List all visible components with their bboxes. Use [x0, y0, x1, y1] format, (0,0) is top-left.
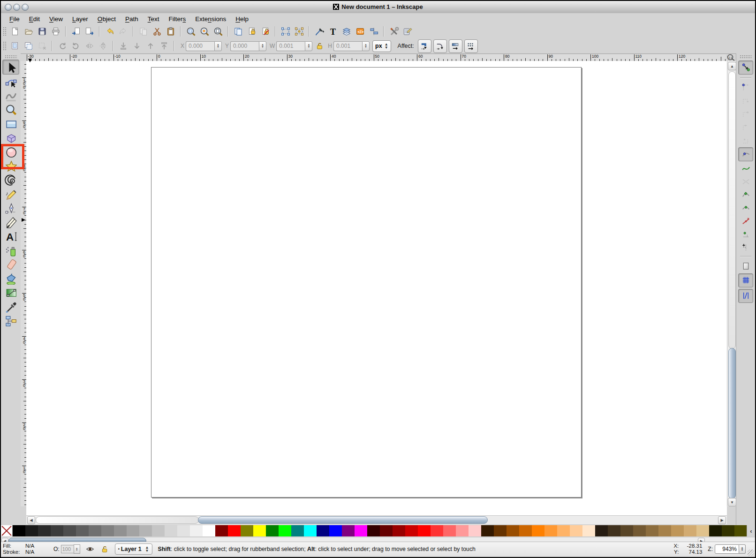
document-page[interactable] [151, 67, 582, 498]
scroll-right-button[interactable]: ▶ [718, 516, 726, 524]
align-dialog-button[interactable] [367, 25, 380, 38]
snap-smooth-nodes-toggle[interactable] [739, 202, 753, 214]
palette-swatch[interactable] [532, 525, 544, 536]
print-document-button[interactable] [49, 25, 62, 38]
palette-swatch[interactable] [266, 525, 279, 536]
palette-swatch[interactable] [329, 525, 342, 536]
palette-swatch[interactable] [63, 525, 76, 536]
pencil-tool[interactable] [3, 187, 19, 201]
palette-swatch[interactable] [734, 525, 747, 536]
palette-swatch[interactable] [380, 525, 393, 536]
palette-swatch[interactable] [507, 525, 519, 536]
title-bar[interactable]: New document 1 – Inkscape [1, 1, 755, 14]
duplicate-button[interactable] [232, 25, 244, 38]
vertical-scrollbar[interactable]: ▲ ▼ [727, 61, 737, 506]
layers-dialog-button[interactable] [340, 25, 353, 38]
snap-path-intersections-toggle[interactable] [739, 176, 753, 188]
horizontal-scrollbar-thumb[interactable] [198, 516, 488, 524]
scroll-left-button[interactable]: ◀ [27, 516, 35, 524]
calligraphy-tool[interactable] [3, 215, 19, 229]
snap-bbox-edge-midpoints-toggle[interactable] [739, 121, 753, 133]
menu-object[interactable]: Object [93, 14, 121, 24]
gradient-tool[interactable] [3, 286, 19, 300]
zoom-1-1-icon[interactable]: 1:1 [726, 54, 736, 61]
palette-swatch[interactable] [317, 525, 329, 536]
palette-swatch[interactable] [253, 525, 266, 536]
menu-help[interactable]: Help [231, 14, 253, 24]
xml-editor-button[interactable]: </> [354, 25, 366, 38]
snap-toolbar-grip[interactable] [740, 55, 752, 59]
node-editor-tool[interactable] [3, 75, 19, 89]
snap-nodes-toggle[interactable] [738, 147, 753, 161]
group-objects-button[interactable] [279, 25, 292, 38]
scale-stroke-width-toggle[interactable] [418, 39, 431, 53]
palette-swatch[interactable] [367, 525, 380, 536]
snap-line-midpoints-toggle[interactable] [739, 215, 753, 227]
palette-swatch[interactable] [165, 525, 177, 536]
snap-object-centers-toggle[interactable] [739, 228, 753, 240]
palette-swatch[interactable] [291, 525, 304, 536]
enable-snapping-toggle[interactable] [738, 60, 753, 75]
palette-swatch[interactable] [469, 525, 481, 536]
palette-swatch[interactable] [431, 525, 443, 536]
toolbox-grip[interactable] [5, 55, 17, 59]
palette-swatch[interactable] [608, 525, 620, 536]
palette-swatch[interactable] [139, 525, 152, 536]
scroll-up-button[interactable]: ▲ [728, 62, 736, 70]
scale-rounded-corners-toggle[interactable] [433, 39, 447, 53]
current-layer-selector[interactable]: •Layer 1▲▼ [115, 543, 152, 555]
lock-ratio-icon[interactable] [314, 41, 325, 51]
input-devices-button[interactable] [401, 25, 414, 38]
x-field-stepper[interactable]: ▲▼ [214, 41, 222, 51]
layer-lock-icon[interactable] [100, 544, 110, 554]
units-dropdown[interactable]: px▲▼ [372, 40, 391, 52]
palette-swatch[interactable] [418, 525, 431, 536]
ellipse-tool[interactable] [3, 145, 19, 159]
horizontal-ruler[interactable]: -30-20-100102030405060708090100110120 [26, 54, 726, 61]
save-document-button[interactable] [36, 25, 48, 38]
rectangle-tool[interactable] [3, 117, 19, 131]
palette-swatch[interactable] [203, 525, 215, 536]
snap-bbox-centers-toggle[interactable] [739, 134, 753, 146]
redo-button[interactable] [117, 25, 129, 38]
palette-swatch[interactable] [557, 525, 570, 536]
connector-tool[interactable] [3, 314, 19, 328]
snap-guides-toggle[interactable] [738, 289, 753, 303]
bezier-pen-tool[interactable] [3, 201, 19, 215]
palette-swatch[interactable] [228, 525, 241, 536]
horizontal-scrollbar-track[interactable] [36, 516, 199, 524]
palette-swatch[interactable] [25, 525, 38, 536]
menu-filters[interactable]: Filters [164, 14, 190, 24]
deselect-button[interactable] [36, 40, 48, 53]
snap-bbox-corners-toggle[interactable] [739, 108, 753, 120]
palette-swatch[interactable] [127, 525, 139, 536]
menu-path[interactable]: Path [121, 14, 143, 24]
palette-swatch[interactable] [684, 525, 696, 536]
ungroup-objects-button[interactable] [293, 25, 305, 38]
move-gradients-toggle[interactable] [449, 39, 462, 53]
width-field[interactable]: 0.001 [276, 41, 305, 51]
canvas[interactable] [26, 61, 727, 515]
menu-layer[interactable]: Layer [68, 14, 93, 24]
palette-swatch[interactable] [190, 525, 203, 536]
palette-swatch[interactable] [595, 525, 608, 536]
palette-swatch[interactable] [304, 525, 317, 536]
raise-to-top-button[interactable] [158, 40, 170, 53]
toolbar-grip[interactable] [2, 41, 6, 51]
palette-swatch[interactable] [519, 525, 532, 536]
unlink-clone-button[interactable] [259, 25, 272, 38]
zoom-to-drawing-button[interactable] [198, 25, 211, 38]
zoom-tool[interactable] [3, 103, 19, 117]
opacity-stepper[interactable]: ▲▼ [74, 544, 80, 554]
palette-swatch[interactable] [13, 525, 25, 536]
palette-swatch[interactable] [342, 525, 355, 536]
palette-swatch[interactable] [101, 525, 114, 536]
lower-button[interactable] [130, 40, 143, 53]
no-color-swatch[interactable] [1, 525, 13, 536]
width-field-stepper[interactable]: ▲▼ [305, 41, 312, 51]
palette-swatch[interactable] [582, 525, 595, 536]
palette-swatch[interactable] [620, 525, 633, 536]
open-document-button[interactable] [22, 25, 35, 38]
opacity-field[interactable]: 100 [61, 545, 74, 553]
text-dialog-button[interactable]: T [326, 25, 339, 38]
